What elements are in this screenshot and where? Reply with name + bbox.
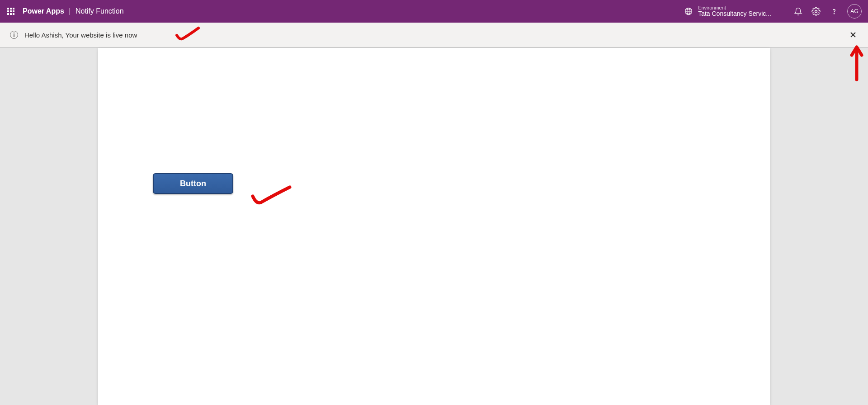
user-avatar[interactable]: AG: [847, 4, 862, 19]
notification-close-button[interactable]: [848, 30, 858, 40]
notification-bar: Hello Ashish, Your website is live now: [0, 23, 868, 48]
page-title: Notify Function: [75, 7, 124, 15]
settings-icon[interactable]: [811, 6, 821, 16]
brand-name[interactable]: Power Apps: [23, 7, 64, 15]
brand-title: Power Apps | Notify Function: [23, 7, 124, 15]
avatar-initials: AG: [850, 8, 858, 14]
svg-point-5: [14, 33, 14, 33]
header-right: Environment Tata Consultancy Servic... A…: [684, 4, 862, 19]
svg-point-3: [815, 10, 817, 13]
notify-button[interactable]: Button: [153, 173, 233, 194]
info-icon: [10, 31, 18, 39]
app-header: Power Apps | Notify Function Environment…: [0, 0, 868, 23]
brand-separator: |: [69, 7, 71, 15]
svg-rect-6: [14, 34, 14, 37]
notification-content: Hello Ashish, Your website is live now: [10, 31, 137, 39]
notifications-icon[interactable]: [793, 6, 803, 16]
globe-icon: [684, 6, 693, 16]
app-canvas: Button: [98, 48, 770, 405]
svg-point-4: [834, 14, 834, 14]
canvas-area: Button: [0, 48, 868, 405]
notification-message: Hello Ashish, Your website is live now: [24, 31, 137, 39]
environment-picker[interactable]: Environment Tata Consultancy Servic...: [684, 5, 771, 17]
help-icon[interactable]: [829, 6, 839, 16]
environment-text: Environment Tata Consultancy Servic...: [698, 5, 771, 17]
app-launcher-icon[interactable]: [6, 7, 15, 16]
environment-value: Tata Consultancy Servic...: [698, 10, 771, 17]
header-left: Power Apps | Notify Function: [6, 7, 124, 16]
